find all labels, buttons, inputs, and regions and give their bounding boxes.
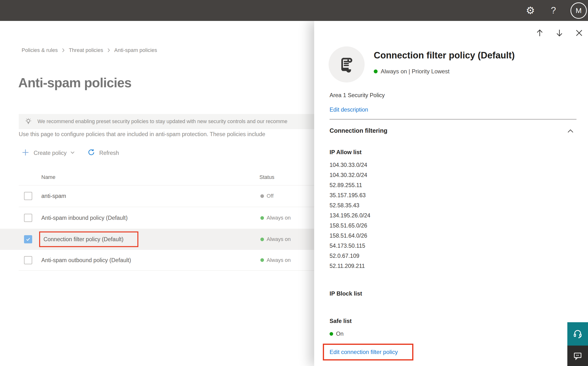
collapse-section-button[interactable] [566,126,575,137]
breadcrumb: Policies & rules Threat policies Anti-sp… [22,47,157,53]
help-icon: ? [551,5,556,16]
ip-allow-list: 104.30.33.0/24 104.30.32.0/24 52.89.255.… [330,160,370,271]
ip-entry: 54.173.50.115 [330,241,370,251]
top-app-bar: ⚙ ? M [0,0,588,21]
toolbar: Create policy Refresh [21,148,121,158]
ip-entry: 52.11.209.211 [330,261,370,271]
check-icon [25,237,31,242]
status-label: Always on [267,236,291,242]
arrow-up-icon [534,27,545,38]
row-checkbox[interactable] [24,192,32,200]
topbar-actions: ⚙ ? M [519,0,588,21]
refresh-button[interactable]: Refresh [87,148,121,158]
ip-entry: 52.89.255.11 [330,180,370,190]
help-button[interactable]: ? [542,0,565,21]
safe-list-status-label: On [336,331,344,337]
section-connection-filtering: Connection filtering [330,127,387,134]
status-dot [260,194,264,198]
status-label: Always on [267,215,291,221]
flyout-title: Connection filter policy (Default) [374,50,578,61]
ip-entry: 52.58.35.43 [330,200,370,210]
create-policy-label: Create policy [34,150,66,156]
column-header-status[interactable]: Status [259,174,274,180]
highlight-outline: Edit connection filter policy [323,344,413,360]
close-icon [573,27,585,38]
safe-list-heading: Safe list [330,318,352,324]
feedback-icon [573,351,583,361]
lightbulb-icon [24,117,33,126]
policy-name: Connection filter policy (Default) [44,236,124,242]
feedback-button[interactable] [567,346,588,366]
status-dot [260,258,264,262]
security-center-screen: ⚙ ? M Policies & rules Threat policies A… [0,0,588,366]
ip-entry: 35.157.195.63 [330,190,370,200]
breadcrumb-anti-spam-policies: Anti-spam policies [114,47,157,53]
chevron-right-icon [105,47,112,53]
gear-icon: ⚙ [526,6,535,16]
breadcrumb-policies-rules[interactable]: Policies & rules [22,47,58,53]
edit-description-link[interactable]: Edit description [330,107,368,113]
row-checkbox[interactable] [24,256,32,264]
safe-list-status: On [330,331,344,337]
page-title: Anti-spam policies [18,75,131,91]
scroll-icon [337,55,356,74]
policy-avatar [329,46,365,83]
refresh-icon [87,148,96,158]
plus-icon [21,148,30,158]
refresh-label: Refresh [99,150,119,156]
next-item-button[interactable] [554,27,565,39]
status-dot [374,69,378,73]
page-description: Use this page to configure policies that… [19,131,265,137]
status-dot [260,238,264,241]
ip-entry: 134.195.26.0/24 [330,210,370,221]
ip-entry: 104.30.32.0/24 [330,170,370,180]
status-label: Always on [267,257,291,263]
status-dot [260,216,264,220]
ip-entry: 52.0.67.109 [330,251,370,261]
status-cell: Always on [260,257,291,263]
status-dot [330,332,333,336]
edit-connection-filter-policy-link[interactable]: Edit connection filter policy [330,349,398,355]
breadcrumb-threat-policies[interactable]: Threat policies [69,47,103,53]
policy-description: Area 1 Security Policy [330,92,385,99]
flyout-status: Always on | Priority Lowest [374,68,449,75]
chevron-up-icon [566,126,575,136]
account-button[interactable]: M [565,0,588,21]
create-policy-button[interactable]: Create policy [21,148,76,158]
policy-details-flyout: Connection filter policy (Default) Alway… [314,21,588,366]
headset-icon [572,328,583,340]
close-flyout-button[interactable] [573,27,585,39]
highlight-outline: Connection filter policy (Default) [39,232,138,247]
policy-name: Anti-spam inbound policy (Default) [41,215,128,221]
banner-text: We recommend enabling preset security po… [37,119,287,125]
arrow-down-icon [554,27,565,38]
support-button[interactable] [567,322,588,346]
chevron-right-icon [60,47,66,53]
divider [330,119,576,120]
ip-entry: 158.51.65.0/26 [330,221,370,231]
ip-entry: 104.30.33.0/24 [330,160,370,170]
flyout-nav [534,27,585,39]
policy-name: Anti-spam outbound policy (Default) [41,257,131,263]
ip-entry: 158.51.64.0/26 [330,231,370,241]
settings-button[interactable]: ⚙ [519,0,542,21]
ip-allow-list-heading: IP Allow list [330,149,361,156]
row-checkbox-checked[interactable] [24,235,32,243]
previous-item-button[interactable] [534,27,545,39]
chevron-down-icon [69,149,76,157]
ip-block-list-heading: IP Block list [330,290,362,297]
row-checkbox[interactable] [24,214,32,222]
policy-name: anti-spam [41,193,66,199]
column-header-name[interactable]: Name [41,174,55,180]
status-cell: Always on [260,215,291,221]
status-cell: Off [260,193,274,199]
status-label: Off [267,193,274,199]
avatar: M [570,2,587,19]
status-cell: Always on [260,236,291,242]
flyout-status-label: Always on | Priority Lowest [381,68,449,75]
